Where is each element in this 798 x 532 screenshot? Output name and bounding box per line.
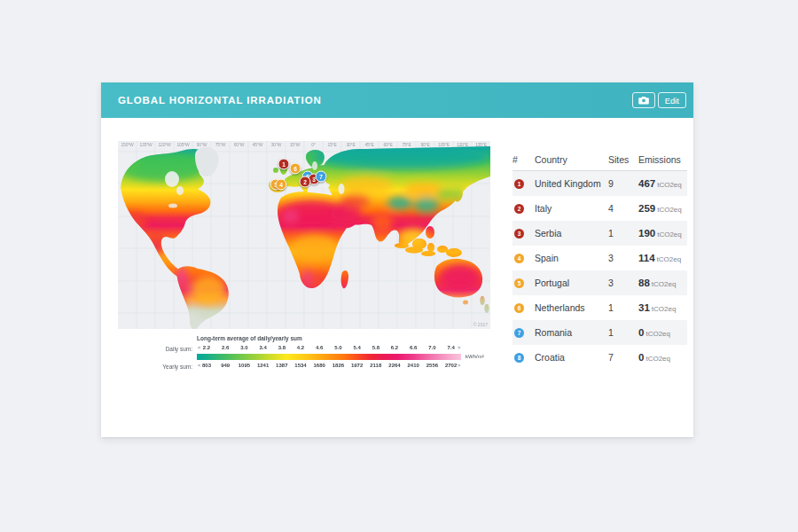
edit-button[interactable]: Edit: [658, 92, 686, 108]
scale-value: 1826: [332, 363, 344, 368]
emissions-unit: tCO2eq: [657, 181, 682, 189]
scale-value: 2556: [426, 363, 438, 368]
snapshot-button[interactable]: [632, 92, 655, 108]
scale-value: 803: [202, 363, 211, 368]
rank-badge: 5: [514, 278, 524, 288]
sites-count: 7: [608, 352, 638, 363]
camera-icon: [638, 96, 649, 105]
country-name: United Kingdom: [535, 178, 608, 189]
emissions-unit: tCO2eq: [652, 280, 677, 288]
emissions-value: 190tCO2eq: [638, 228, 687, 239]
emissions-value: 0tCO2eq: [638, 327, 687, 338]
longitude-label: 15°E: [327, 142, 336, 147]
rank-badge: 8: [514, 353, 524, 363]
scale-value: 1680: [314, 363, 325, 368]
table-row-spain: 4Spain3114tCO2eq: [512, 246, 687, 270]
table-row-portugal: 5Portugal388tCO2eq: [512, 270, 687, 295]
yearly-sum-label: Yearly sum:: [118, 364, 192, 370]
site-marker-italy[interactable]: 2: [300, 176, 311, 188]
longitude-label: 45°W: [253, 142, 262, 147]
scale-value: 7.0: [428, 345, 435, 350]
scale-value: 6.6: [410, 345, 417, 350]
legend-title: Long-term average of daily/yearly sum: [197, 335, 302, 341]
irradiation-legend: Long-term average of daily/yearly sum Da…: [118, 333, 508, 376]
emissions-value: 31tCO2eq: [638, 302, 687, 313]
longitude-label: 90°E: [420, 142, 429, 147]
scale-value: 4.6: [316, 345, 323, 350]
rank-badge: 6: [514, 303, 524, 313]
longitude-label: 15°W: [290, 142, 300, 147]
scale-value: 949: [221, 363, 230, 368]
site-marker-spain[interactable]: 4: [276, 179, 287, 191]
scale-value: 3.0: [240, 345, 247, 350]
rank-badge: 7: [514, 328, 524, 338]
site-marker-romania[interactable]: 7: [316, 171, 327, 183]
country-name: Serbia: [535, 228, 608, 239]
color-scale-bar: [197, 354, 461, 360]
longitude-labels: 150°W135°W120°W105°W90°W75°W60°W45°W30°W…: [118, 142, 490, 147]
emissions-value: 467tCO2eq: [638, 178, 687, 189]
sites-count: 1: [608, 228, 638, 239]
emissions-unit: tCO2eq: [657, 255, 682, 263]
scale-value: 6.2: [391, 345, 398, 350]
scale-value: 1534: [294, 363, 306, 368]
table-row-serbia: 3Serbia1190tCO2eq: [512, 221, 687, 246]
longitude-label: 120°W: [158, 142, 170, 147]
site-marker-netherlands[interactable]: 6: [290, 163, 301, 175]
emissions-value: 259tCO2eq: [638, 203, 687, 214]
sites-count: 9: [608, 178, 638, 189]
legend-unit: kWh/m²: [466, 354, 484, 359]
emissions-value: 88tCO2eq: [638, 278, 687, 288]
emissions-unit: tCO2eq: [657, 206, 682, 214]
site-marker-united-kingdom[interactable]: 1: [278, 159, 290, 170]
table-row-romania: 7Romania10tCO2eq: [512, 320, 687, 345]
longitude-label: 75°W: [215, 142, 225, 147]
longitude-label: 135°W: [139, 142, 152, 147]
rank-badge: 3: [514, 229, 524, 239]
scale-value: 5.8: [372, 345, 379, 350]
emissions-unit: tCO2eq: [652, 305, 677, 313]
column-country: Country: [535, 154, 608, 165]
column-emissions: Emissions: [638, 154, 687, 165]
rank-badge: 4: [514, 254, 524, 263]
emissions-unit: tCO2eq: [657, 231, 682, 239]
scale-value: 1095: [239, 363, 250, 368]
column-sites: Sites: [608, 154, 638, 165]
scale-value: 2.2: [203, 345, 210, 350]
scale-value: 7.4: [447, 345, 454, 350]
scale-value: 2118: [370, 363, 381, 368]
page-title: GLOBAL HORIZONTAL IRRADIATION: [118, 95, 322, 106]
longitude-label: 120°E: [457, 142, 468, 147]
sites-count: 3: [608, 278, 638, 288]
scale-value: 5.0: [334, 345, 341, 350]
yearly-sum-scale: <803949109512411387153416801826197221182…: [197, 363, 461, 370]
dashboard-card: GLOBAL HORIZONTAL IRRADIATION Edit: [101, 82, 693, 437]
emissions-value: 0tCO2eq: [638, 352, 687, 363]
scale-greater-than: >: [458, 363, 461, 368]
scale-less-than: <: [198, 363, 201, 368]
longitude-label: 0°: [311, 142, 315, 147]
table-row-italy: 2Italy4259tCO2eq: [512, 196, 687, 221]
column-rank: #: [512, 154, 535, 165]
world-map-graphic: [118, 141, 490, 329]
rank-badge: 1: [514, 179, 524, 189]
country-name: Italy: [535, 203, 608, 214]
scale-value: 3.4: [259, 345, 266, 350]
daily-sum-label: Daily sum:: [118, 346, 192, 352]
country-name: Netherlands: [535, 302, 608, 313]
scale-value: 4.2: [297, 345, 304, 350]
rank-badge: 2: [514, 204, 524, 214]
scale-value: 2.6: [222, 345, 229, 350]
scale-value: 5.4: [353, 345, 360, 350]
table-row-netherlands: 6Netherlands131tCO2eq: [512, 295, 687, 320]
emissions-table: # Country Sites Emissions 1United Kingdo…: [512, 149, 687, 370]
card-header: GLOBAL HORIZONTAL IRRADIATION Edit: [101, 82, 693, 118]
emissions-unit: tCO2eq: [645, 330, 670, 338]
sites-count: 1: [608, 302, 638, 313]
scale-value: 2702: [445, 363, 457, 368]
country-name: Spain: [535, 253, 608, 263]
table-header: # Country Sites Emissions: [512, 149, 687, 171]
scale-value: 1387: [276, 363, 287, 368]
table-row-croatia: 8Croatia70tCO2eq: [512, 345, 687, 370]
sites-count: 4: [608, 203, 638, 214]
